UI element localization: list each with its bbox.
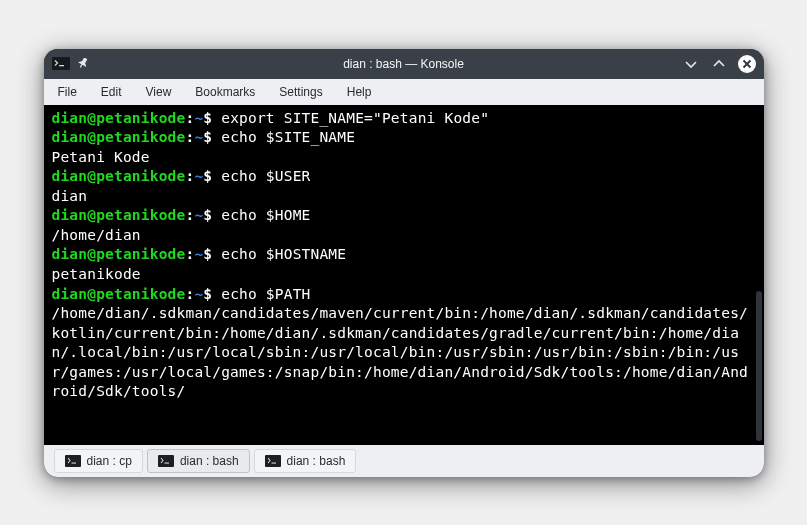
app-window: dian : bash — Konsole File Edit View Boo… xyxy=(44,49,764,477)
prompt-path: ~ xyxy=(194,207,203,223)
prompt-path: ~ xyxy=(194,168,203,184)
window-controls xyxy=(682,55,756,73)
prompt-path: ~ xyxy=(194,286,203,302)
svg-rect-2 xyxy=(65,455,81,467)
terminal-command: echo $HOME xyxy=(221,207,310,223)
terminal-icon xyxy=(65,455,81,467)
menu-settings[interactable]: Settings xyxy=(279,85,322,99)
menubar: File Edit View Bookmarks Settings Help xyxy=(44,79,764,105)
terminal-output: /home/dian xyxy=(52,226,756,246)
menu-edit[interactable]: Edit xyxy=(101,85,122,99)
prompt-user-host: dian@petanikode xyxy=(52,168,186,184)
terminal-icon xyxy=(158,455,174,467)
terminal-line: dian@petanikode:~$ export SITE_NAME="Pet… xyxy=(52,109,756,129)
prompt-user-host: dian@petanikode xyxy=(52,246,186,262)
svg-rect-0 xyxy=(52,57,70,70)
svg-rect-4 xyxy=(158,455,174,467)
svg-rect-3 xyxy=(71,462,76,463)
terminal-line: dian@petanikode:~$ echo $SITE_NAME xyxy=(52,128,756,148)
terminal-output: /home/dian/.sdkman/candidates/maven/curr… xyxy=(52,304,756,402)
pin-icon[interactable] xyxy=(76,57,90,71)
prompt-dollar: $ xyxy=(203,168,212,184)
svg-rect-7 xyxy=(271,462,276,463)
prompt-dollar: $ xyxy=(203,110,212,126)
close-button[interactable] xyxy=(738,55,756,73)
terminal-line: dian@petanikode:~$ echo $PATH xyxy=(52,285,756,305)
terminal-line: dian@petanikode:~$ echo $USER xyxy=(52,167,756,187)
terminal-command: echo $PATH xyxy=(221,286,310,302)
tabbar: dian : cpdian : bashdian : bash xyxy=(44,445,764,477)
terminal-app-icon xyxy=(52,57,70,71)
terminal-command: echo $SITE_NAME xyxy=(221,129,355,145)
terminal-viewport[interactable]: dian@petanikode:~$ export SITE_NAME="Pet… xyxy=(44,105,764,445)
tab-label: dian : cp xyxy=(87,454,132,468)
prompt-dollar: $ xyxy=(203,246,212,262)
prompt-dollar: $ xyxy=(203,129,212,145)
prompt-user-host: dian@petanikode xyxy=(52,286,186,302)
terminal-line: dian@petanikode:~$ echo $HOME xyxy=(52,206,756,226)
maximize-button[interactable] xyxy=(710,55,728,73)
menu-help[interactable]: Help xyxy=(347,85,372,99)
prompt-dollar: $ xyxy=(203,286,212,302)
tab-1[interactable]: dian : bash xyxy=(147,449,250,473)
menu-file[interactable]: File xyxy=(58,85,77,99)
prompt-path: ~ xyxy=(194,110,203,126)
prompt-path: ~ xyxy=(194,129,203,145)
titlebar: dian : bash — Konsole xyxy=(44,49,764,79)
tab-label: dian : bash xyxy=(180,454,239,468)
terminal-command: export SITE_NAME="Petani Kode" xyxy=(221,110,489,126)
tab-label: dian : bash xyxy=(287,454,346,468)
prompt-user-host: dian@petanikode xyxy=(52,110,186,126)
prompt-user-host: dian@petanikode xyxy=(52,129,186,145)
prompt-user-host: dian@petanikode xyxy=(52,207,186,223)
terminal-icon xyxy=(265,455,281,467)
menu-bookmarks[interactable]: Bookmarks xyxy=(195,85,255,99)
scrollbar-thumb[interactable] xyxy=(756,291,762,441)
prompt-dollar: $ xyxy=(203,207,212,223)
terminal-command: echo $HOSTNAME xyxy=(221,246,346,262)
svg-rect-1 xyxy=(59,65,64,66)
svg-rect-5 xyxy=(164,462,169,463)
tab-0[interactable]: dian : cp xyxy=(54,449,143,473)
terminal-output: dian xyxy=(52,187,756,207)
prompt-path: ~ xyxy=(194,246,203,262)
minimize-button[interactable] xyxy=(682,55,700,73)
terminal-output: petanikode xyxy=(52,265,756,285)
terminal-output: Petani Kode xyxy=(52,148,756,168)
window-title: dian : bash — Konsole xyxy=(343,57,464,71)
svg-rect-6 xyxy=(265,455,281,467)
terminal-line: dian@petanikode:~$ echo $HOSTNAME xyxy=(52,245,756,265)
tab-2[interactable]: dian : bash xyxy=(254,449,357,473)
menu-view[interactable]: View xyxy=(146,85,172,99)
terminal-command: echo $USER xyxy=(221,168,310,184)
scrollbar[interactable] xyxy=(756,105,762,445)
